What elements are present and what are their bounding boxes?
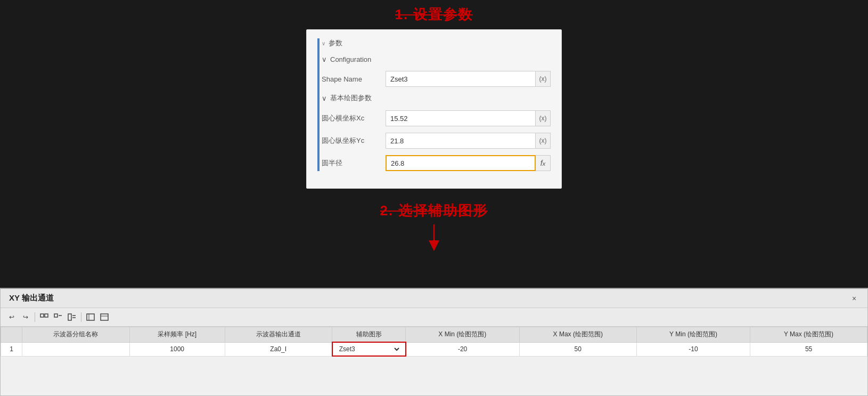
th-y-min: Y Min (绘图范围) (636, 327, 750, 343)
td-output-channel: Za0_I (225, 342, 332, 356)
toolbar-btn-1[interactable] (38, 311, 50, 323)
separator-2 (81, 312, 81, 322)
xc-input[interactable] (386, 110, 536, 126)
yc-label: 圆心纵坐标Yc (322, 136, 386, 146)
shape-name-suffix[interactable]: (x) (536, 71, 551, 87)
bottom-panel: XY 输出通道 × ↩ ↪ 示波器分组名称 (0, 288, 868, 396)
toolbar-btn-3[interactable] (66, 311, 78, 323)
config-section: ∨ Configuration Shape Name (x) (322, 55, 551, 87)
td-y-max: 55 (750, 342, 867, 356)
td-y-min: -10 (636, 342, 750, 356)
radius-suffix[interactable]: fx (536, 155, 551, 171)
step1-title-wrapper: 1. 设置参数 (395, 5, 473, 24)
data-table: 示波器分组名称 采样频率 [Hz] 示波器输出通道 辅助图形 X Min (绘图… (1, 327, 867, 357)
svg-rect-4 (54, 314, 58, 317)
config-label: Configuration (330, 55, 371, 63)
td-x-max: 50 (519, 342, 636, 356)
th-y-max: Y Max (绘图范围) (750, 327, 867, 343)
panel-header: XY 输出通道 × (1, 289, 867, 308)
radius-label: 圆半径 (322, 158, 386, 168)
panel-title: XY 输出通道 (9, 293, 54, 303)
basic-params-label: 基本绘图参数 (330, 93, 372, 103)
td-sample-rate: 1000 (129, 342, 225, 356)
top-section: 1. 设置参数 ∨ 参数 ∨ Configuration Shape Name (0, 0, 868, 288)
th-x-min: X Min (绘图范围) (406, 327, 520, 343)
xc-row: 圆心横坐标Xc (x) (322, 110, 551, 126)
arrow-wrapper (423, 224, 445, 253)
undo-button[interactable]: ↩ (6, 311, 18, 323)
close-button[interactable]: × (849, 294, 859, 303)
step2-title-wrapper: 2. 选择辅助图形 (380, 201, 488, 220)
xc-label: 圆心横坐标Xc (322, 114, 386, 123)
toolbar: ↩ ↪ (1, 308, 867, 327)
th-aux-shape: 辅助图形 (332, 327, 406, 343)
th-group-name: 示波器分组名称 (22, 327, 130, 343)
th-x-max: X Max (绘图范围) (519, 327, 636, 343)
td-group-name (22, 342, 130, 356)
aux-shape-select[interactable]: Zset3 (337, 345, 401, 353)
left-bar (317, 38, 320, 171)
th-output-channel: 示波器输出通道 (225, 327, 332, 343)
yc-row: 圆心纵坐标Yc (x) (322, 133, 551, 149)
svg-marker-1 (429, 240, 439, 251)
basic-params-header: ∨ 基本绘图参数 (322, 93, 551, 103)
table-row: 1 1000 Za0_I Zset3 -20 50 -10 55 (1, 342, 867, 356)
red-arrow-icon (423, 224, 445, 251)
chevron-config: ∨ (322, 55, 327, 63)
params-header: ∨ 参数 (322, 38, 551, 48)
table-header-row: 示波器分组名称 采样频率 [Hz] 示波器输出通道 辅助图形 X Min (绘图… (1, 327, 867, 343)
toolbar-btn-4[interactable] (85, 311, 96, 323)
th-index (1, 327, 22, 343)
yc-suffix[interactable]: (x) (536, 133, 551, 149)
svg-rect-9 (87, 314, 94, 320)
chevron-basic: ∨ (322, 94, 327, 102)
td-index: 1 (1, 342, 22, 356)
svg-rect-6 (68, 314, 71, 320)
redo-button[interactable]: ↪ (20, 311, 31, 323)
params-label: 参数 (329, 38, 342, 48)
param-panel: ∨ 参数 ∨ Configuration Shape Name (x) ∨ (306, 29, 562, 189)
chevron-params: ∨ (322, 41, 325, 46)
step1-title: 1. 设置参数 (395, 5, 473, 24)
radius-row: 圆半径 fx (322, 155, 551, 171)
shape-name-row: Shape Name (x) (322, 71, 551, 87)
th-sample-rate: 采样频率 [Hz] (129, 327, 225, 343)
shape-name-label: Shape Name (322, 75, 386, 83)
config-header: ∨ Configuration (322, 55, 551, 63)
separator-1 (35, 312, 35, 322)
td-x-min: -20 (406, 342, 520, 356)
shape-name-input[interactable] (386, 71, 536, 87)
toolbar-btn-5[interactable] (99, 311, 110, 323)
step2-title: 2. 选择辅助图形 (380, 201, 488, 220)
toolbar-btn-2[interactable] (52, 311, 64, 323)
svg-rect-3 (45, 314, 48, 317)
td-aux-shape[interactable]: Zset3 (332, 342, 406, 356)
radius-input[interactable] (386, 155, 536, 171)
table-container: 示波器分组名称 采样频率 [Hz] 示波器输出通道 辅助图形 X Min (绘图… (1, 327, 867, 357)
xc-suffix[interactable]: (x) (536, 110, 551, 126)
panel-inner: ∨ 参数 ∨ Configuration Shape Name (x) ∨ (317, 38, 551, 171)
yc-input[interactable] (386, 133, 536, 149)
svg-rect-2 (40, 314, 44, 317)
svg-rect-11 (101, 314, 108, 320)
